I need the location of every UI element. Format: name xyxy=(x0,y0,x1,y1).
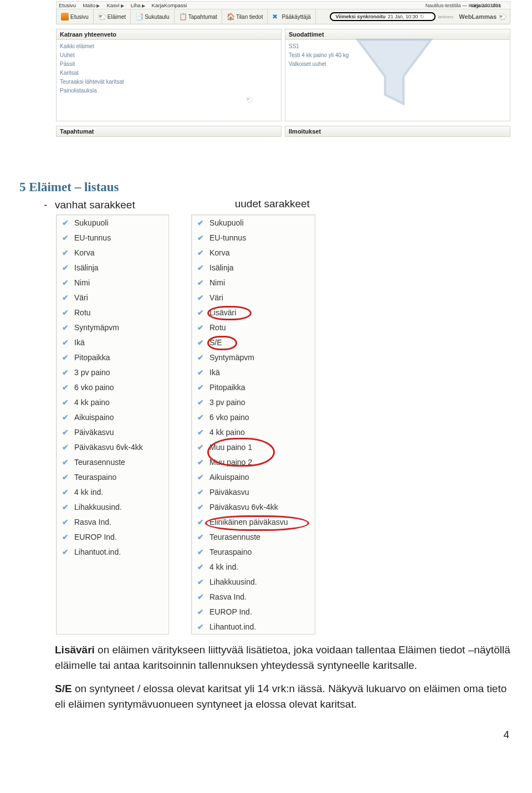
check-icon: ✔ xyxy=(62,548,69,556)
term-lisavari: Lisäväri xyxy=(55,644,95,656)
bullet-dash: - xyxy=(44,199,55,211)
link-uuhet[interactable]: Uuhet xyxy=(60,51,278,60)
tab-sukutaulu-label: Sukutaulu xyxy=(145,14,169,20)
list-item[interactable]: ✔Teuraspaino xyxy=(57,469,168,484)
list-item[interactable]: ✔Elinikäinen päiväkasvu xyxy=(192,514,315,529)
list-item[interactable]: ✔Lihakkuusind. xyxy=(57,499,168,514)
list-item[interactable]: ✔Pitopaikka xyxy=(57,350,168,365)
panel-tapahtumat: Tapahtumat xyxy=(56,126,282,137)
list-item[interactable]: ✔6 vko paino xyxy=(57,380,168,395)
dashboard-panels-row1: Katraan yhteenveto Kaikki eläimet Uuhet … xyxy=(56,29,510,121)
list-item[interactable]: ✔EU-tunnus xyxy=(192,230,315,245)
para-lisavari-text: on eläimen väritykseen liittyvää lisätie… xyxy=(55,644,510,671)
section-heading: 5 Eläimet – listaus xyxy=(19,180,513,195)
list-item[interactable]: ✔Rasva Ind. xyxy=(57,514,168,529)
check-icon: ✔ xyxy=(197,488,204,497)
check-icon: ✔ xyxy=(62,533,69,541)
list-item[interactable]: ✔Isälinja xyxy=(192,260,315,275)
tab-paakayttaja[interactable]: Pääkäyttäjä xyxy=(268,9,315,24)
list-item[interactable]: ✔Teuraspaino xyxy=(192,544,315,559)
list-item[interactable]: ✔Päiväkasvu 6vk-4kk xyxy=(192,499,315,514)
list-item[interactable]: ✔Rasva Ind. xyxy=(192,589,315,604)
check-icon: ✔ xyxy=(197,518,204,526)
list-item[interactable]: ✔Ikä xyxy=(57,335,168,350)
link-paino[interactable]: Painolistauksia xyxy=(60,86,278,95)
panel-katraa-header: Katraan yhteenveto xyxy=(57,29,281,40)
list-item[interactable]: ✔Sukupuoli xyxy=(57,215,168,230)
link-kaikki[interactable]: Kaikki eläimet xyxy=(60,42,278,51)
list-item[interactable]: ✔S/E xyxy=(192,335,315,350)
link-teuraaksi[interactable]: Teuraaksi lähtevät karitsat xyxy=(60,78,278,86)
list-item[interactable]: ✔Pitopaikka xyxy=(192,380,315,395)
list-item[interactable]: ✔4 kk ind. xyxy=(57,484,168,499)
brand-info: Nautilus-testitila — Karja 2403391 xyxy=(426,3,504,8)
check-icon: ✔ xyxy=(62,353,69,362)
list-item[interactable]: ✔Muu paino 2 xyxy=(192,454,315,469)
list-item[interactable]: ✔EUROP Ind. xyxy=(192,604,315,619)
tab-etusivu[interactable]: Etusivu xyxy=(57,9,94,24)
panel-tapaht-header: Tapahtumat xyxy=(57,126,281,136)
brand-name: WebLammas xyxy=(459,13,507,21)
check-icon: ✔ xyxy=(197,248,204,257)
tools-icon xyxy=(272,13,280,21)
check-icon: ✔ xyxy=(62,293,69,302)
list-item[interactable]: ✔Päiväkasvu xyxy=(192,484,315,499)
list-item[interactable]: ✔Aikuispaino xyxy=(192,469,315,484)
list-item[interactable]: ✔Päiväkasvu 6vk-4kk xyxy=(57,439,168,454)
list-item[interactable]: ✔Teurasennuste xyxy=(192,529,315,544)
refresh-icon[interactable]: ↻ xyxy=(420,14,424,19)
list-item[interactable]: ✔Korva xyxy=(192,245,315,260)
list-item[interactable]: ✔3 pv paino xyxy=(192,395,315,410)
clipboard-icon xyxy=(179,13,187,21)
list-item[interactable]: ✔Syntymäpvm xyxy=(57,320,168,335)
check-icon: ✔ xyxy=(197,458,204,467)
list-item[interactable]: ✔Lihakkuusind. xyxy=(192,574,315,589)
check-icon: ✔ xyxy=(197,218,204,227)
list-item[interactable]: ✔Lihantuot.ind. xyxy=(192,619,315,634)
list-item[interactable]: ✔Isälinja xyxy=(57,260,168,275)
list-item[interactable]: ✔Korva xyxy=(57,245,168,260)
menu-karjakompassi[interactable]: KarjaKompassi xyxy=(152,2,187,8)
check-icon: ✔ xyxy=(62,323,69,332)
list-item[interactable]: ✔4 kk ind. xyxy=(192,559,315,574)
list-item[interactable]: ✔Väri xyxy=(192,290,315,305)
list-item[interactable]: ✔Muu paino 1 xyxy=(192,439,315,454)
tab-elaimet[interactable]: Eläimet xyxy=(94,9,131,24)
list-item[interactable]: ✔4 kk paino xyxy=(192,424,315,439)
chevron-right-icon: ▶ xyxy=(96,3,100,8)
menu-kasvi[interactable]: Kasvi▶ xyxy=(106,2,124,8)
list-item[interactable]: ✔4 kk paino xyxy=(57,395,168,410)
list-item[interactable]: ✔Päiväkasvu xyxy=(57,424,168,439)
list-item[interactable]: ✔Nimi xyxy=(57,275,168,290)
tab-etusivu-label: Etusivu xyxy=(70,14,89,20)
list-item[interactable]: ✔Nimi xyxy=(192,275,315,290)
menu-kasvi-label: Kasvi xyxy=(106,2,119,8)
list-item[interactable]: ✔Teurasennuste xyxy=(57,454,168,469)
list-item[interactable]: ✔Rotu xyxy=(192,320,315,335)
list-item[interactable]: ✔Rotu xyxy=(57,305,168,320)
list-item[interactable]: ✔EUROP Ind. xyxy=(57,529,168,544)
list-item[interactable]: ✔3 pv paino xyxy=(57,365,168,380)
link-passit[interactable]: Pässit xyxy=(60,60,278,69)
link-karitsat[interactable]: Karitsat xyxy=(60,69,278,78)
check-icon: ✔ xyxy=(197,622,204,631)
list-item[interactable]: ✔Lihantuot.ind. xyxy=(57,544,168,559)
list-item[interactable]: ✔Syntymäpvm xyxy=(192,350,315,365)
list-item[interactable]: ✔EU-tunnus xyxy=(57,230,168,245)
page-number: 4 xyxy=(19,729,509,741)
list-item[interactable]: ✔Lisäväri xyxy=(192,305,315,320)
sheep-bg-icon: 🐑 xyxy=(246,96,277,119)
check-icon: ✔ xyxy=(62,263,69,272)
menu-liha[interactable]: Liha▶ xyxy=(131,2,145,8)
tab-tapahtumat[interactable]: Tapahtumat xyxy=(175,9,222,24)
para-lisavari: Lisäväri on eläimen väritykseen liittyvä… xyxy=(55,642,515,673)
menu-etusivu[interactable]: Etusivu xyxy=(59,2,76,8)
menu-maito[interactable]: Maito▶ xyxy=(83,2,100,8)
list-item[interactable]: ✔6 vko paino xyxy=(192,410,315,424)
tab-sukutaulu[interactable]: Sukutaulu xyxy=(131,9,174,24)
list-item[interactable]: ✔Aikuispaino xyxy=(57,410,168,424)
list-item[interactable]: ✔Väri xyxy=(57,290,168,305)
tab-tilantiedot[interactable]: Tilan tiedot xyxy=(222,9,268,24)
list-item[interactable]: ✔Sukupuoli xyxy=(192,215,315,230)
list-item[interactable]: ✔Ikä xyxy=(192,365,315,380)
